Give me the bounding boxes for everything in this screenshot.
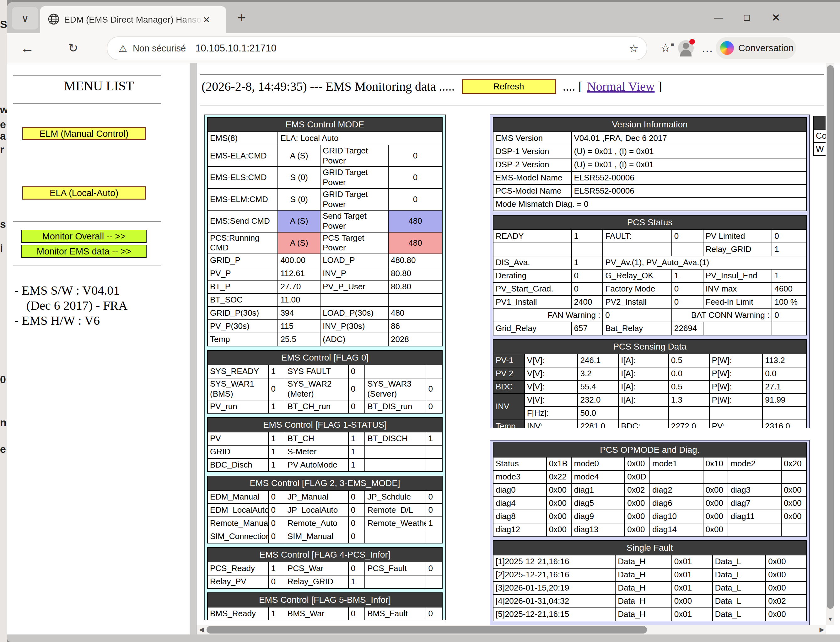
- table-cell: 0x1B: [546, 457, 572, 470]
- table-cell: diag14: [650, 523, 703, 536]
- copilot-button[interactable]: Conversation: [716, 37, 796, 59]
- table-cell: Data_L: [713, 608, 766, 621]
- table-cell: Grid_Relay: [493, 322, 572, 335]
- table-cell: ELSR552-00006: [572, 171, 807, 185]
- refresh-button[interactable]: Refresh: [462, 79, 556, 94]
- table-cell: 1: [672, 269, 703, 282]
- scroll-down-icon[interactable]: ▼: [826, 616, 834, 623]
- table-title: EMS Control [FLAG 5-BMS_Infor]: [208, 593, 442, 607]
- table-cell: 0: [572, 269, 603, 282]
- maximize-button[interactable]: □: [739, 10, 754, 25]
- scroll-left-icon[interactable]: ◀: [199, 626, 204, 633]
- window-close-button[interactable]: ✕: [769, 10, 783, 25]
- table-cell: S (0): [278, 188, 320, 210]
- minimize-button[interactable]: —: [711, 10, 726, 25]
- table-cell: 0x22: [546, 470, 572, 483]
- table-cell: BT_DIS_run: [365, 400, 426, 413]
- table-cell: [603, 243, 672, 256]
- table-cell: 1: [268, 445, 285, 459]
- table-cell: 113.2: [762, 354, 806, 367]
- more-menu-icon[interactable]: …: [699, 33, 716, 63]
- scroll-right-icon[interactable]: ▶: [820, 626, 824, 633]
- table-cell: diag0: [493, 483, 546, 497]
- table-cell: Data_L: [713, 568, 766, 582]
- table-cell: READY: [493, 230, 572, 243]
- not-secure-warning-icon: ⚠: [119, 43, 127, 54]
- table-cell: FAN Warning :: [493, 309, 603, 322]
- table-cell: 1: [772, 269, 806, 282]
- horizontal-scrollbar-thumb[interactable]: [206, 626, 647, 634]
- table-cell: 394: [278, 306, 320, 320]
- table-cell: 1: [572, 256, 603, 269]
- favorites-list-icon[interactable]: ☆≡: [655, 33, 676, 63]
- table-cell: 11.00: [278, 293, 320, 306]
- table-cell: 0: [772, 230, 806, 243]
- table-cell: 0.0: [669, 367, 709, 380]
- table-cell: 0: [348, 562, 365, 575]
- table-cell: 50.0: [578, 407, 618, 420]
- table-cell: mode4: [571, 470, 625, 483]
- table-cell: 0x00: [625, 523, 650, 536]
- address-bar[interactable]: ⚠ Non sécurisé 10.105.10.1:21710 ☆: [107, 36, 647, 60]
- table-cell: 0x00: [546, 510, 572, 523]
- monitor-ems-data-button[interactable]: Monitor EMS data -- >>: [21, 245, 146, 258]
- table-title: EMS Control [FLAG 4-PCS_Infor]: [208, 548, 442, 562]
- tab-close-icon[interactable]: ✕: [203, 15, 210, 25]
- vertical-scrollbar[interactable]: ▼: [826, 63, 834, 625]
- table-cell: GRID Target Power: [320, 145, 388, 167]
- table-cell: JP_LocalAuto: [285, 504, 348, 517]
- table-cell: V[V]:: [525, 367, 578, 380]
- tab-search-button[interactable]: ∨: [12, 7, 38, 29]
- elm-manual-control-button[interactable]: ELM (Manual Control): [22, 127, 146, 140]
- table-cell: 1: [268, 562, 285, 575]
- table-cell: Remote_Auto: [285, 517, 348, 530]
- table-cell: SYS FAULT: [285, 365, 348, 378]
- table-cell: Data_H: [615, 595, 672, 608]
- table-cell: [365, 445, 426, 459]
- table-cell: A (S): [278, 145, 320, 167]
- table-cell: EMS-Model Name: [493, 171, 572, 185]
- table-cell: S (0): [278, 167, 320, 188]
- table-cell: BT_CH: [285, 432, 348, 445]
- table-cell: Data_L: [713, 555, 766, 568]
- table-cell: Data_H: [615, 555, 672, 568]
- divider-line: [13, 265, 161, 266]
- table-cell: BT_CH_run: [285, 400, 348, 413]
- table-cell: diag11: [728, 510, 781, 523]
- favorite-star-icon[interactable]: ☆: [629, 42, 639, 55]
- normal-view-link[interactable]: Normal View: [587, 79, 655, 94]
- single-fault: Single Fault[1]2025-12-21,16:16Data_H0x0…: [493, 540, 807, 621]
- table-cell: 0x0D: [625, 470, 650, 483]
- background-text-fragment: w: [0, 104, 7, 116]
- table-cell: EMS-ELM:CMD: [208, 188, 278, 210]
- pcs-info-panel: Version InformationEMS VersionV04.01 ,FR…: [490, 115, 810, 428]
- pcs-opmode-diag: PCS OPMODE and Diag.Status0x1Bmode00x00m…: [493, 443, 807, 537]
- table-cell: 0: [268, 530, 285, 543]
- table-cell: 480: [388, 210, 442, 232]
- profile-avatar[interactable]: [678, 40, 694, 56]
- table-cell: diag9: [571, 510, 625, 523]
- table-cell: SYS_WAR1 (BMS): [208, 378, 268, 400]
- ela-local-auto-button[interactable]: ELA (Local-Auto): [22, 186, 146, 199]
- table-cell: 0: [268, 517, 285, 530]
- table-cell: 0: [426, 378, 442, 400]
- browser-tab[interactable]: EDM (EMS Direct Manager) Hanso ✕: [40, 6, 226, 33]
- table-cell: Relay_GRID: [285, 575, 348, 588]
- table-title: Single Fault: [493, 541, 806, 555]
- pcs-diagnostics-panel: PCS OPMODE and Diag.Status0x1Bmode00x00m…: [490, 440, 810, 625]
- monitor-overall-button[interactable]: Monitor Overall -- >>: [21, 230, 146, 243]
- vertical-scrollbar-thumb[interactable]: [827, 65, 834, 609]
- table-cell: 0: [388, 167, 442, 188]
- table-cell: LOAD_P: [320, 254, 388, 267]
- refresh-icon[interactable]: ↻: [62, 33, 84, 63]
- table-cell: 0x00: [703, 510, 728, 523]
- frame-divider[interactable]: [190, 63, 197, 634]
- table-cell: 0: [426, 400, 442, 413]
- main-content: (2026-2-8, 14:49:35) --- EMS Monitoring …: [197, 63, 826, 625]
- table-title: EMS Control MODE: [208, 117, 442, 132]
- new-tab-button[interactable]: +: [232, 8, 252, 28]
- table-cell: 4600: [772, 282, 806, 295]
- table-cell: PV-2: [493, 367, 525, 380]
- horizontal-scrollbar[interactable]: ◀ ▶: [197, 625, 826, 634]
- back-icon[interactable]: ←: [16, 33, 38, 63]
